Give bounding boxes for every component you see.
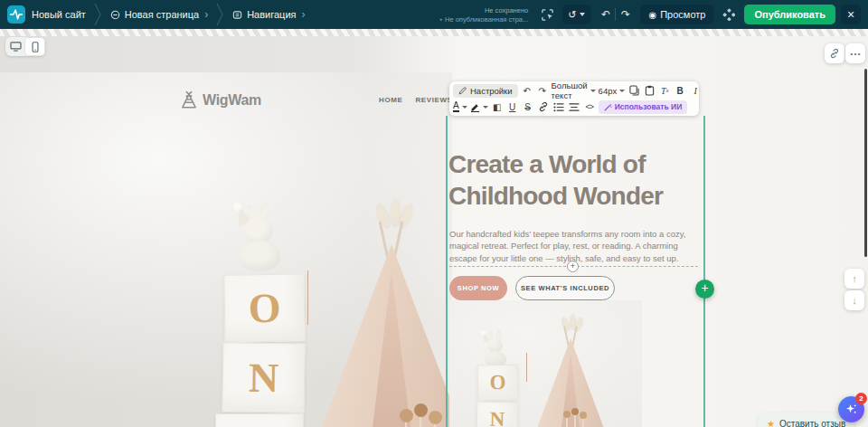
background-fill-button[interactable]: ◧ (491, 100, 504, 114)
hero-background-photo: O N E (0, 72, 452, 427)
breadcrumb-nav-label: Навигация (247, 9, 296, 20)
chevron-down-icon (619, 90, 625, 92)
use-ai-button[interactable]: Использовать ИИ (599, 100, 688, 114)
ai-wand-icon (604, 103, 612, 111)
arrow-up-icon: ↑ (852, 273, 857, 284)
widgets-button[interactable] (719, 5, 739, 24)
mobile-view-button[interactable] (25, 38, 44, 55)
cube-letter: N (489, 408, 505, 427)
star-icon: ★ (767, 419, 775, 427)
paste-style-button[interactable] (643, 83, 656, 98)
bold-button[interactable]: B (674, 83, 686, 98)
link-button[interactable] (537, 100, 550, 114)
desktop-icon (10, 42, 22, 52)
use-ai-label: Использовать ИИ (615, 102, 683, 111)
code-button[interactable]: <> (583, 100, 596, 114)
scan-cursor-icon (541, 8, 554, 22)
navigation-block-icon (232, 10, 242, 20)
publish-button[interactable]: Опубликовать (744, 5, 835, 24)
status-dot-icon: ● (439, 16, 442, 22)
selection-border-right (703, 116, 705, 427)
site-logo-text: WigWam (203, 92, 261, 109)
feedback-label: Оставить отзыв (779, 419, 845, 427)
list-button[interactable] (552, 100, 565, 114)
font-size-value: 64px (599, 86, 618, 96)
text-style-value: Большой текст (552, 81, 588, 100)
more-icon: … (850, 44, 862, 58)
block-more-button[interactable]: … (845, 43, 865, 63)
sparkle-icon (845, 403, 857, 415)
canvas-top-stripes (0, 29, 868, 36)
eye-icon: ◉ (648, 10, 656, 20)
hero-image-block[interactable]: O N E (449, 300, 642, 427)
undo-text-button[interactable]: ↶ (521, 83, 533, 98)
chevron-down-icon (483, 106, 488, 109)
breadcrumb-page-label: Новая страница (125, 9, 199, 20)
align-center-icon (569, 102, 580, 112)
select-element-button[interactable] (537, 5, 557, 24)
hero-description[interactable]: Our handcrafted kids’ teepee transforms … (449, 228, 695, 264)
move-block-up-button[interactable]: ↑ (844, 269, 864, 289)
editor-topbar: Новый сайт Новая страница › Навигация › … (0, 0, 868, 29)
text-style-dropdown[interactable]: Большой текст (552, 81, 596, 100)
underline-button[interactable]: U (506, 100, 519, 114)
breadcrumb-nav-block[interactable]: Навигация › (232, 9, 305, 20)
undo-redo-group: ↶ ↷ (596, 5, 635, 24)
breadcrumb-separator (94, 3, 102, 26)
redo-text-button[interactable]: ↷ (536, 83, 549, 98)
teepee-logo-icon (179, 90, 199, 110)
hero-heading[interactable]: Create a World of Childhood Wonder (448, 148, 709, 212)
settings-button[interactable]: Настройки (453, 84, 518, 98)
canvas-scrollbar[interactable] (864, 69, 867, 257)
arrow-down-icon: ↓ (852, 295, 857, 306)
align-button[interactable] (568, 100, 580, 114)
chevron-down-icon (590, 90, 596, 92)
pulse-icon (9, 7, 24, 22)
add-element-button[interactable]: + (695, 280, 714, 299)
notification-badge: 2 (855, 393, 867, 404)
strikethrough-button[interactable]: S (522, 100, 534, 114)
preview-button[interactable]: ◉ Просмотр (640, 5, 713, 24)
copy-style-button[interactable] (627, 83, 640, 98)
breadcrumb-page[interactable]: Новая страница › (110, 9, 208, 20)
text-color-button[interactable]: A (453, 101, 467, 112)
chevron-right-icon: › (301, 9, 305, 20)
redo-button[interactable]: ↷ (616, 8, 635, 21)
history-button[interactable]: ↺ (562, 5, 590, 24)
highlight-color-button[interactable] (470, 102, 488, 112)
cube-letter: N (249, 354, 279, 402)
add-block-divider-button[interactable]: + (567, 261, 579, 272)
highlighter-icon (470, 102, 480, 112)
breadcrumb-site[interactable]: Новый сайт (32, 9, 86, 20)
chevron-right-icon: › (204, 9, 208, 20)
cube-letter: O (248, 284, 281, 333)
text-color-A: A (453, 101, 459, 112)
copy-icon (629, 85, 639, 96)
pencil-icon (458, 87, 467, 95)
settings-label: Настройки (470, 86, 513, 96)
clear-format-button[interactable]: Tx (658, 83, 671, 98)
nav-link-home[interactable]: HOME (379, 96, 402, 104)
desktop-view-button[interactable] (6, 38, 25, 55)
move-block-down-button[interactable]: ↓ (844, 290, 864, 310)
device-toggle (5, 37, 45, 56)
undo-button[interactable]: ↶ (596, 8, 615, 21)
history-icon: ↺ (568, 9, 576, 21)
close-editor-button[interactable]: × (841, 5, 861, 24)
selection-border-left (446, 116, 448, 427)
publish-status-text: ●Не опубликованная стра... (439, 15, 528, 24)
see-whats-included-button[interactable]: SEE WHAT'S INCLUDED (515, 276, 615, 300)
preview-label: Просмотр (660, 9, 705, 20)
nav-link-reviews[interactable]: REVIEWS (415, 96, 452, 104)
breadcrumb-separator (216, 3, 224, 26)
list-icon (553, 102, 564, 112)
app-logo[interactable] (7, 5, 25, 24)
widgets-icon (722, 8, 735, 21)
site-canvas: O N E WigWam HOME REVIEWS FAQ GALLERY CO… (0, 36, 868, 427)
italic-button[interactable]: I (689, 83, 702, 98)
font-size-dropdown[interactable]: 64px (599, 86, 626, 96)
shop-now-button[interactable]: SHOP NOW (449, 276, 507, 300)
close-icon: × (847, 7, 854, 22)
paste-icon (645, 85, 655, 96)
block-link-button[interactable] (825, 43, 844, 63)
